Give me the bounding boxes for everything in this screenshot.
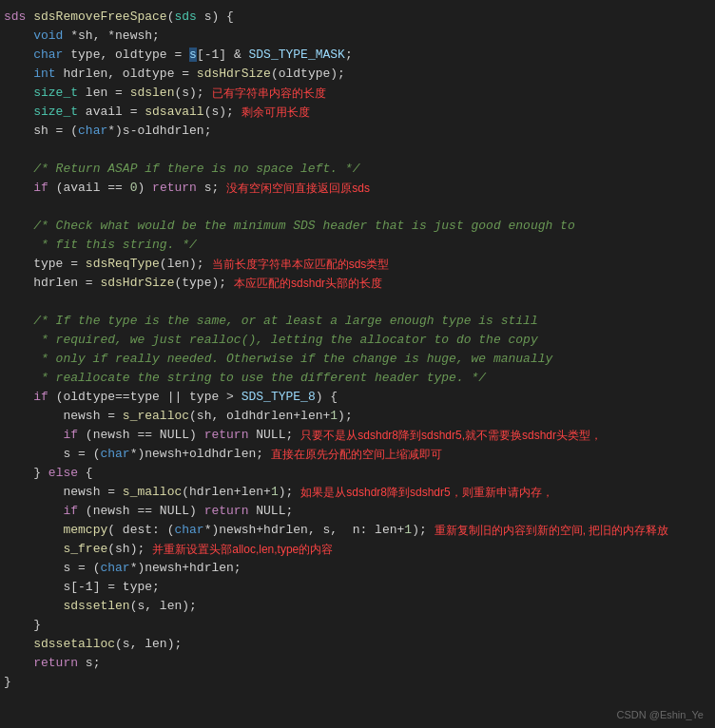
code-line: memcpy( dest: (char*)newsh+hdrlen, s, n:…: [0, 521, 715, 540]
code-line: return s;: [0, 654, 715, 673]
footer-credit: CSDN @Eshin_Ye: [617, 709, 704, 720]
line-content: * reallocate the string to use the diffe…: [4, 369, 711, 388]
annotation: 本应匹配的sdshdr头部的长度: [234, 274, 382, 293]
code-line: [0, 141, 715, 160]
line-content: s = (char*)newsh+hdrlen;: [4, 559, 711, 578]
code-line: * only if really needed. Otherwise if th…: [0, 350, 715, 369]
code-line: /* If the type is the same, or at least …: [0, 312, 715, 331]
code-line: newsh = s_malloc(hdrlen+len+1);如果是从sdshd…: [0, 483, 715, 502]
code-line: newsh = s_realloc(sh, oldhdrlen+len+1);: [0, 407, 715, 426]
code-line: if (newsh == NULL) return NULL;: [0, 502, 715, 521]
code-line: sdssetalloc(s, len);: [0, 635, 715, 654]
annotation: 直接在原先分配的空间上缩减即可: [271, 445, 442, 464]
code-line: void *sh, *newsh;: [0, 27, 715, 46]
code-line: size_t len = sdslen(s);已有字符串内容的长度: [0, 84, 715, 103]
annotation: 当前长度字符串本应匹配的sds类型: [212, 255, 390, 274]
line-content: newsh = s_realloc(sh, oldhdrlen+len+1);: [4, 407, 711, 426]
line-content: /* Return ASAP if there is no space left…: [4, 160, 711, 179]
line-content: } else {: [4, 464, 711, 483]
code-line: type = sdsReqType(len);当前长度字符串本应匹配的sds类型: [0, 255, 715, 274]
line-content: if (newsh == NULL) return NULL;: [4, 502, 711, 521]
code-line: }: [0, 616, 715, 635]
line-content: sds sdsRemoveFreeSpace(sds s) {: [4, 8, 711, 27]
line-content: size_t avail = sdsavail(s);剩余可用长度: [4, 103, 711, 122]
line-content: * only if really needed. Otherwise if th…: [4, 350, 711, 369]
line-content: if (oldtype==type || type > SDS_TYPE_8) …: [4, 388, 711, 407]
annotation: 已有字符串内容的长度: [212, 84, 326, 103]
line-content: memcpy( dest: (char*)newsh+hdrlen, s, n:…: [4, 521, 711, 540]
line-content: /* Check what would be the minimum SDS h…: [4, 217, 711, 236]
code-line: if (avail == 0) return s;没有空闲空间直接返回原sds: [0, 179, 715, 198]
code-line: /* Check what would be the minimum SDS h…: [0, 217, 715, 236]
line-content: type = sdsReqType(len);当前长度字符串本应匹配的sds类型: [4, 255, 711, 274]
code-line: [0, 198, 715, 217]
code-line: s = (char*)newsh+oldhdrlen;直接在原先分配的空间上缩减…: [0, 445, 715, 464]
code-line: }: [0, 673, 715, 692]
code-line: char type, oldtype = s[-1] & SDS_TYPE_MA…: [0, 46, 715, 65]
line-content: /* If the type is the same, or at least …: [4, 312, 711, 331]
code-line: [0, 293, 715, 312]
code-line: hdrlen = sdsHdrSize(type);本应匹配的sdshdr头部的…: [0, 274, 715, 293]
annotation: 只要不是从sdshdr8降到sdshdr5,就不需要换sdshdr头类型，: [300, 426, 602, 445]
annotation: 剩余可用长度: [242, 103, 310, 122]
line-content: newsh = s_malloc(hdrlen+len+1);如果是从sdshd…: [4, 483, 711, 502]
line-content: sdssetalloc(s, len);: [4, 635, 711, 654]
line-content: return s;: [4, 654, 711, 673]
code-container: sds sdsRemoveFreeSpace(sds s) { void *sh…: [0, 0, 715, 699]
code-line: size_t avail = sdsavail(s);剩余可用长度: [0, 103, 715, 122]
line-content: s = (char*)newsh+oldhdrlen;直接在原先分配的空间上缩减…: [4, 445, 711, 464]
code-line: s_free(sh);并重新设置头部alloc,len,type的内容: [0, 540, 715, 559]
line-content: size_t len = sdslen(s);已有字符串内容的长度: [4, 84, 711, 103]
line-content: * fit this string. */: [4, 236, 711, 255]
code-line: * fit this string. */: [0, 236, 715, 255]
line-content: }: [4, 616, 711, 635]
line-content: hdrlen = sdsHdrSize(type);本应匹配的sdshdr头部的…: [4, 274, 711, 293]
line-content: sh = (char*)s-oldhdrlen;: [4, 122, 711, 141]
code-line: * required, we just realloc(), letting t…: [0, 331, 715, 350]
annotation: 没有空闲空间直接返回原sds: [226, 179, 370, 198]
annotation: 重新复制旧的内容到新的空间, 把旧的内存释放: [435, 521, 669, 540]
code-line: * reallocate the string to use the diffe…: [0, 369, 715, 388]
code-line: int hdrlen, oldtype = sdsHdrSize(oldtype…: [0, 65, 715, 84]
code-line: if (newsh == NULL) return NULL;只要不是从sdsh…: [0, 426, 715, 445]
line-content: s[-1] = type;: [4, 578, 711, 597]
code-line: sh = (char*)s-oldhdrlen;: [0, 122, 715, 141]
line-content: * required, we just realloc(), letting t…: [4, 331, 711, 350]
code-line: sdssetlen(s, len);: [0, 597, 715, 616]
line-content: void *sh, *newsh;: [4, 27, 711, 46]
line-content: if (newsh == NULL) return NULL;只要不是从sdsh…: [4, 426, 711, 445]
line-content: int hdrlen, oldtype = sdsHdrSize(oldtype…: [4, 65, 711, 84]
code-line: s = (char*)newsh+hdrlen;: [0, 559, 715, 578]
line-content: s_free(sh);并重新设置头部alloc,len,type的内容: [4, 540, 711, 559]
line-content: char type, oldtype = s[-1] & SDS_TYPE_MA…: [4, 46, 711, 65]
code-line: s[-1] = type;: [0, 578, 715, 597]
annotation: 如果是从sdshdr8降到sdshdr5，则重新申请内存，: [300, 483, 552, 502]
code-line: if (oldtype==type || type > SDS_TYPE_8) …: [0, 388, 715, 407]
code-line: /* Return ASAP if there is no space left…: [0, 160, 715, 179]
line-content: sdssetlen(s, len);: [4, 597, 711, 616]
line-content: if (avail == 0) return s;没有空闲空间直接返回原sds: [4, 179, 711, 198]
annotation: 并重新设置头部alloc,len,type的内容: [152, 540, 333, 559]
code-line: sds sdsRemoveFreeSpace(sds s) {: [0, 8, 715, 27]
code-line: } else {: [0, 464, 715, 483]
line-content: }: [4, 673, 711, 692]
